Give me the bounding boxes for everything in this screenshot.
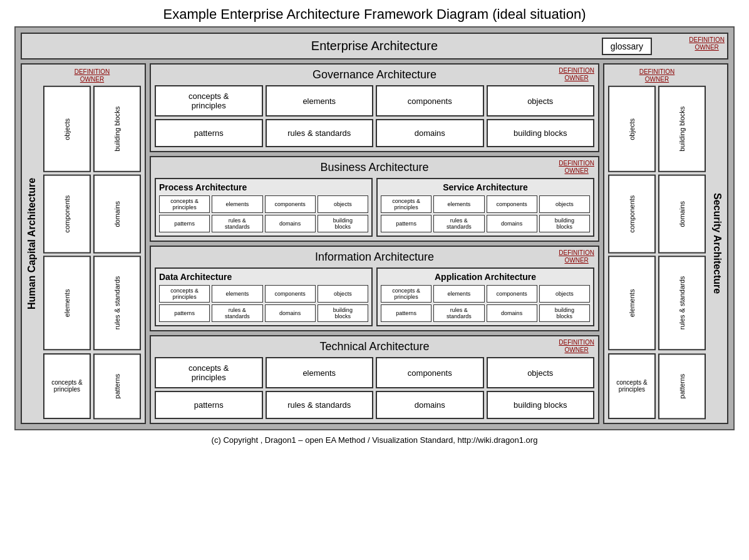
left-sidebar: DEFINITIONOWNER Human Capital Architectu…	[21, 63, 146, 424]
left-vert-label: Human Capital Architecture	[23, 65, 41, 423]
right-sidebar: DEFINITIONOWNER Security Architecture ob…	[603, 63, 728, 424]
information-title: Information Architecture	[155, 251, 594, 264]
data-concepts: concepts &principles	[159, 285, 210, 303]
governance-grid: concepts &principles elements components…	[155, 85, 594, 147]
app-objects: objects	[539, 285, 590, 303]
right-cell-building-blocks: building blocks	[658, 86, 706, 172]
right-cell-concepts: concepts &principles	[608, 353, 656, 419]
svc-elements: elements	[433, 195, 484, 213]
svc-rules: rules &standards	[433, 215, 484, 232]
right-vert-label: Security Architecture	[708, 65, 726, 423]
proc-domains: domains	[265, 215, 316, 232]
left-cell-concepts: concepts &principles	[43, 353, 91, 419]
ea-title: Enterprise Architecture	[311, 39, 438, 53]
right-cell-objects: objects	[608, 86, 656, 172]
data-arch: Data Architecture concepts &principles e…	[155, 267, 373, 326]
proc-components: components	[265, 195, 316, 213]
left-def-owner: DEFINITIONOWNER	[26, 68, 141, 83]
right-cell-components: components	[608, 175, 656, 254]
app-building: buildingblocks	[539, 304, 590, 322]
left-sidebar-wrapper: objects building blocks components domai…	[26, 86, 141, 419]
right-cell-patterns: patterns	[658, 353, 706, 419]
data-rules: rules &standards	[212, 304, 262, 322]
technical-title: Technical Architecture	[155, 340, 594, 353]
gov-elements: elements	[266, 85, 374, 117]
data-objects: objects	[318, 285, 368, 303]
svc-building: buildingblocks	[539, 215, 590, 232]
service-title: Service Architecture	[381, 182, 590, 192]
svc-domains: domains	[487, 215, 537, 232]
process-title: Process Architecture	[159, 182, 368, 192]
left-cell-elements: elements	[43, 256, 91, 350]
svc-components: components	[487, 195, 537, 213]
gov-components: components	[376, 85, 484, 117]
tech-patterns: patterns	[155, 391, 263, 419]
data-domains: domains	[265, 304, 316, 322]
tech-concepts: concepts &principles	[155, 357, 263, 388]
proc-concepts: concepts &principles	[159, 195, 210, 213]
svc-concepts: concepts &principles	[381, 195, 431, 213]
service-arch: Service Architecture concepts &principle…	[376, 178, 594, 237]
gov-objects: objects	[487, 85, 595, 117]
center-content: DEFINITIONOWNER Governance Architecture …	[150, 63, 599, 424]
tech-elements: elements	[266, 357, 374, 388]
proc-objects: objects	[318, 195, 368, 213]
app-components: components	[487, 285, 537, 303]
right-sidebar-wrapper: objects building blocks components domai…	[608, 86, 723, 419]
app-rules: rules &standards	[433, 304, 484, 322]
left-sidebar-grid: objects building blocks components domai…	[43, 86, 141, 419]
app-title: Application Architecture	[381, 272, 590, 282]
governance-title: Governance Architecture	[155, 68, 594, 81]
main-container: Enterprise Architecture glossary DEFINIT…	[14, 26, 735, 430]
tech-objects: objects	[487, 357, 595, 388]
technical-section: DEFINITIONOWNER Technical Architecture c…	[150, 335, 599, 424]
proc-building: buildingblocks	[318, 215, 368, 232]
left-cell-domains: domains	[93, 175, 141, 254]
gov-building-blocks: building blocks	[487, 119, 595, 147]
app-patterns: patterns	[381, 304, 431, 322]
governance-section: DEFINITIONOWNER Governance Architecture …	[150, 63, 599, 152]
application-arch: Application Architecture concepts &princ…	[376, 267, 594, 326]
tech-domains: domains	[376, 391, 484, 419]
app-domains: domains	[487, 304, 537, 322]
tech-building: building blocks	[487, 391, 595, 419]
app-elements: elements	[433, 285, 484, 303]
page-title: Example Enterprise Architecture Framewor…	[0, 0, 749, 26]
proc-rules: rules &standards	[212, 215, 262, 232]
gov-rules: rules & standards	[266, 119, 374, 147]
ea-bar: Enterprise Architecture glossary DEFINIT…	[21, 33, 728, 60]
right-cell-domains: domains	[658, 175, 706, 254]
governance-def-owner: DEFINITIONOWNER	[559, 67, 594, 82]
data-elements: elements	[212, 285, 262, 303]
info-two-col: Data Architecture concepts &principles e…	[155, 267, 594, 326]
gov-domains: domains	[376, 119, 484, 147]
proc-elements: elements	[212, 195, 262, 213]
gov-patterns: patterns	[155, 119, 263, 147]
process-grid: concepts &principles elements components…	[159, 195, 368, 232]
data-components: components	[265, 285, 316, 303]
technical-grid: concepts &principles elements components…	[155, 357, 594, 419]
glossary-box[interactable]: glossary	[602, 38, 652, 55]
tech-rules: rules & standards	[266, 391, 374, 419]
technical-def-owner: DEFINITIONOWNER	[559, 339, 594, 354]
business-title: Business Architecture	[155, 161, 594, 174]
left-cell-components: components	[43, 175, 91, 254]
right-cell-elements: elements	[608, 256, 656, 350]
information-section: DEFINITIONOWNER Information Architecture…	[150, 246, 599, 331]
business-two-col: Process Architecture concepts &principle…	[155, 178, 594, 237]
three-col-layout: DEFINITIONOWNER Human Capital Architectu…	[21, 63, 728, 424]
data-title: Data Architecture	[159, 272, 368, 282]
svc-objects: objects	[539, 195, 590, 213]
right-def-owner: DEFINITIONOWNER	[608, 68, 723, 83]
right-sidebar-grid: objects building blocks components domai…	[608, 86, 706, 419]
data-patterns: patterns	[159, 304, 210, 322]
app-concepts: concepts &principles	[381, 285, 431, 303]
business-section: DEFINITIONOWNER Business Architecture Pr…	[150, 156, 599, 242]
right-cell-rules: rules & standards	[658, 256, 706, 350]
info-def-owner: DEFINITIONOWNER	[559, 249, 594, 264]
data-building: buildingblocks	[318, 304, 368, 322]
left-cell-patterns: patterns	[93, 353, 141, 419]
proc-patterns: patterns	[159, 215, 210, 232]
ea-def-owner: DEFINITIONOWNER	[689, 36, 725, 51]
process-arch: Process Architecture concepts &principle…	[155, 178, 373, 237]
